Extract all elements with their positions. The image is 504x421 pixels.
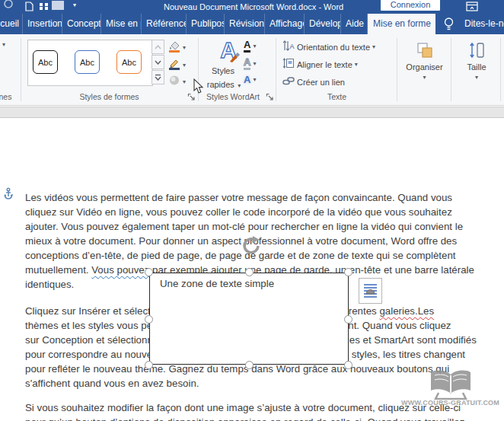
document-page[interactable]: Les vidéos vous permettent de faire pass… — [0, 120, 504, 421]
group-separator — [276, 38, 276, 101]
layout-options-icon — [362, 282, 378, 299]
tab-accueil[interactable]: Accueil — [0, 14, 23, 34]
shape-outline-icon — [168, 57, 180, 73]
tab-affichage[interactable]: Affichage — [265, 14, 305, 34]
dropdown-icon: ▾ — [355, 62, 358, 68]
gallery-scroll-up-button[interactable] — [152, 40, 164, 54]
shape-style-thumb-orange[interactable]: Abc — [116, 50, 142, 74]
shape-fill-button[interactable]: ▾ — [168, 40, 186, 56]
shape-style-thumb-blue[interactable]: Abc — [75, 50, 100, 74]
taille-button[interactable]: Taille ▾ — [453, 38, 500, 90]
tab-aide[interactable]: Aide — [341, 14, 368, 34]
chevron-down-icon — [155, 60, 161, 65]
ribbon-tab-row: Accueil Insertion Conception Mise en pag… — [0, 14, 504, 34]
qat-dropdown-icon[interactable]: ▾ — [73, 2, 76, 8]
resize-handle-top-center[interactable] — [245, 268, 254, 276]
ribbon: ▾ nes Abc Abc Abc — [0, 34, 504, 106]
tab-mise-en-forme-active[interactable]: Mise en forme — [368, 14, 435, 34]
resize-handle-bottom-left[interactable] — [145, 361, 153, 369]
tell-me-label[interactable]: Dites-le-nous — [461, 14, 504, 34]
new-document-icon[interactable] — [25, 2, 33, 11]
chevron-up-icon — [155, 45, 161, 49]
tab-developpeur[interactable]: Développeur — [305, 14, 341, 34]
group-separator — [397, 38, 397, 101]
dropdown-icon: ▾ — [183, 79, 186, 85]
gallery-expand-icon — [155, 74, 161, 81]
dropdown-icon: ▾ — [253, 43, 256, 49]
tab-publipostage[interactable]: Publipostage — [187, 14, 225, 34]
shape-effects-icon — [168, 75, 180, 89]
quick-styles-label-2[interactable]: rapides ▾ — [203, 77, 245, 91]
gallery-expand-button[interactable] — [152, 70, 164, 85]
undo-icon[interactable] — [3, 0, 14, 9]
watermark-book-icon — [426, 369, 475, 400]
ribbon-display-options-icon[interactable] — [466, 2, 478, 11]
resize-handle-bottom-right[interactable] — [344, 361, 352, 369]
align-text-icon — [282, 57, 295, 72]
tell-me-bulb[interactable] — [435, 14, 461, 34]
text-effects-icon: A — [244, 75, 250, 85]
taille-icon — [467, 41, 486, 59]
text-outline-icon: A — [244, 57, 250, 70]
tab-insertion[interactable]: Insertion — [23, 14, 62, 34]
word-window: ▾ Nouveau Document Microsoft Word.docx -… — [0, 0, 504, 421]
shapes-gallery-more-icon[interactable]: ▾ — [2, 42, 5, 48]
group-label-formes: nes — [0, 92, 17, 101]
dropdown-icon: ▾ — [453, 75, 500, 81]
selected-text-box[interactable]: Une zone de texte simple — [149, 273, 349, 365]
text-direction-button[interactable]: A Orientation du texte ▾ — [282, 40, 375, 55]
mouse-cursor-icon — [193, 78, 205, 94]
dropdown-icon: ▾ — [399, 75, 450, 81]
text-fill-button[interactable]: A ▾ — [244, 40, 256, 53]
resize-handle-mid-left[interactable] — [145, 315, 153, 324]
resize-handle-bottom-center[interactable] — [245, 361, 254, 369]
table-icon[interactable] — [39, 2, 49, 11]
text-outline-button[interactable]: A ▾ — [244, 57, 256, 70]
shape-fill-icon — [168, 40, 180, 56]
group-separator — [451, 38, 451, 101]
group-label-texte: Texte — [278, 92, 396, 101]
tab-references[interactable]: Références — [142, 14, 187, 34]
resize-handle-top-left[interactable] — [145, 268, 153, 276]
layout-options-button[interactable] — [359, 278, 382, 304]
tab-revision[interactable]: Révision — [225, 14, 265, 34]
lightbulb-icon — [443, 17, 455, 32]
text-orientation-icon: A — [282, 40, 295, 55]
resize-handle-top-right[interactable] — [344, 268, 352, 276]
svg-text:A: A — [290, 43, 295, 50]
sign-in-button[interactable]: Connexion — [381, 0, 440, 11]
qat-button[interactable] — [52, 1, 64, 10]
title-bar: ▾ Nouveau Document Microsoft Word.docx -… — [0, 0, 504, 14]
tab-conception[interactable]: Conception — [62, 14, 101, 34]
shape-effects-button[interactable]: ▾ — [168, 75, 186, 89]
resize-handle-mid-right[interactable] — [344, 315, 352, 324]
align-text-button[interactable]: Aligner le texte ▾ — [282, 57, 358, 72]
gallery-scroll-down-button[interactable] — [152, 55, 164, 69]
dropdown-icon: ▾ — [238, 82, 241, 89]
tab-mise-en-page[interactable]: Mise en page — [101, 14, 142, 34]
quick-styles-label-1[interactable]: Styles — [206, 66, 241, 75]
text-box-content[interactable]: Une zone de texte simple — [160, 278, 274, 289]
shape-styles-gallery: Abc Abc Abc — [27, 40, 153, 86]
create-link-button[interactable]: Créer un lien — [282, 75, 345, 90]
watermark-text: WWW.COURS-GRATUIT.COM — [401, 399, 499, 407]
organiser-icon — [416, 41, 434, 59]
grammar-squiggle-text: Vous pouvez — [91, 264, 149, 276]
text-fill-icon: A — [244, 40, 250, 53]
text-effects-button[interactable]: A ▾ — [244, 75, 256, 85]
dropdown-icon: ▾ — [183, 45, 186, 51]
organiser-button[interactable]: Organiser ▾ — [399, 38, 450, 90]
object-anchor-icon — [3, 187, 14, 199]
wordart-dialog-launcher-icon[interactable] — [266, 93, 274, 101]
document-top-strip — [0, 107, 504, 118]
link-icon — [282, 75, 295, 90]
rotate-handle-icon[interactable] — [240, 235, 261, 257]
shape-style-thumb-black[interactable]: Abc — [33, 50, 58, 74]
shape-outline-button[interactable]: ▾ — [168, 57, 186, 73]
doc-line: Si vous souhaitez modifier la façon dont… — [25, 400, 461, 415]
dropdown-icon: ▾ — [372, 44, 375, 50]
dropdown-icon: ▾ — [253, 77, 256, 83]
doc-line: identiques. — [25, 277, 74, 292]
wordart-quick-styles-button[interactable]: A — [215, 39, 242, 68]
doc-line: cliquez sur Vidéo en ligne, vous pouvez … — [25, 205, 452, 219]
